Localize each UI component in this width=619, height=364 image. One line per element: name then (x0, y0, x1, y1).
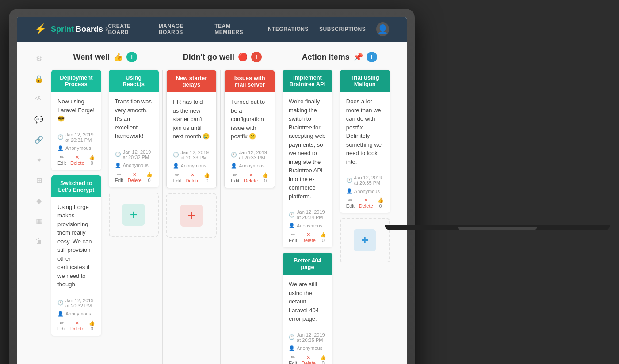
card-404-delete[interactable]: ✕ Delete (302, 355, 316, 364)
card-starter-actions: ✏ Edit ✕ Delete 👍 0 (167, 170, 217, 188)
card-encrypt-edit[interactable]: ✏ Edit (57, 320, 66, 331)
card-404-author: Anonymous (297, 345, 322, 351)
card-starter-author: Anonymous (181, 163, 206, 168)
card-braintree-delete[interactable]: ✕ Delete (302, 232, 316, 243)
sidebar-trash[interactable]: 🗑 (33, 235, 45, 247)
column-didnt-go-well-1: New starter delays HR has told us the ne… (163, 70, 221, 243)
card-braintree-actions: ✏ Edit ✕ Delete 👍 0 (283, 229, 332, 247)
card-mail-like[interactable]: 👍 0 (262, 172, 268, 183)
plus-blue-icon: + (354, 229, 376, 251)
card-lets-encrypt: Switched to Let's Encrypt Using Forge ma… (51, 175, 101, 336)
card-encrypt-like[interactable]: 👍 0 (89, 320, 95, 331)
sidebar-settings[interactable]: ⚙ (33, 52, 45, 64)
sidebar-link[interactable]: 🔗 (33, 133, 45, 146)
card-encrypt-body: Using Forge makes provisioning them real… (51, 197, 101, 294)
card-react-author: Anonymous (123, 163, 149, 168)
card-mailgun-actions: ✏ Edit ✕ Delete 👍 0 (340, 195, 390, 213)
navbar: ⚡ Sprint Boards ® CREATE BOARD MANAGE BO… (17, 17, 407, 42)
card-mail-date: Jan 12, 2019 at 20:33 PM (239, 150, 268, 160)
card-react-edit[interactable]: ✏ Edit (115, 172, 123, 183)
card-encrypt-author: Anonymous (65, 311, 91, 316)
card-braintree-like[interactable]: 👍 0 (320, 232, 326, 243)
nav-manage-boards[interactable]: MANAGE BOARDS (159, 23, 204, 35)
card-mail-actions: ✏ Edit ✕ Delete 👍 0 (225, 170, 275, 188)
user-icon-sm-5: 👤 (231, 163, 237, 169)
card-mail-edit[interactable]: ✏ Edit (231, 172, 239, 183)
user-icon-sm-7: 👤 (289, 345, 295, 351)
nav-create-board[interactable]: CREATE BOARD (108, 23, 148, 35)
didnt-go-well-icon: 🔴 (238, 52, 248, 62)
card-starter-like[interactable]: 👍 0 (204, 172, 210, 183)
action-items-add-btn[interactable]: + (367, 52, 377, 62)
card-deployment-edit[interactable]: ✏ Edit (57, 155, 66, 166)
clock-icon: 🕐 (57, 134, 64, 140)
card-braintree-date: Jan 12, 2019 at 20:34 PM (297, 209, 326, 220)
add-action-items-placeholder[interactable]: + (340, 218, 390, 262)
column-went-well-2: Using React.js Transition was very smoot… (105, 70, 162, 242)
add-didnt-go-well-placeholder[interactable]: + (166, 193, 217, 238)
card-404: Better 404 page We are still using the d… (283, 253, 332, 364)
card-starter-edit[interactable]: ✏ Edit (173, 172, 181, 183)
user-icon-sm-3: 👤 (115, 163, 121, 168)
nav-integrations[interactable]: INTEGRATIONS (266, 26, 309, 32)
didnt-go-well-add-btn[interactable]: + (251, 52, 262, 62)
card-mailgun-like[interactable]: 👍 0 (378, 197, 384, 209)
card-encrypt-delete[interactable]: ✕ Delete (70, 320, 84, 331)
went-well-icon: 👍 (113, 52, 123, 62)
card-mailgun-delete[interactable]: ✕ Delete (359, 197, 373, 209)
user-icon-sm-8: 👤 (346, 188, 352, 194)
clock-icon-2: 🕐 (57, 300, 64, 306)
card-starter-header: New starter delays (167, 70, 217, 92)
card-404-body: We are still using the default Laravel 4… (283, 275, 332, 329)
card-deployment-actions: ✏ Edit ✕ Delete 👍 0 (51, 152, 101, 170)
card-404-edit[interactable]: ✏ Edit (289, 355, 297, 364)
clock-icon-6: 🕐 (289, 212, 295, 218)
card-braintree-body: We're finally making the switch to Brain… (283, 92, 332, 206)
sidebar: ⚙ 🔒 👁 💬 🔗 ✦ ⊞ ◆ ▦ 🗑 (30, 50, 48, 364)
card-starter-delete[interactable]: ✕ Delete (186, 172, 200, 183)
card-mail-header: Issues with mail server (225, 70, 275, 92)
card-404-like[interactable]: 👍 0 (320, 355, 326, 364)
clock-icon-5: 🕐 (231, 152, 237, 158)
card-deployment-like[interactable]: 👍 0 (89, 155, 95, 166)
nav-team-members[interactable]: TEAM MEMBERS (214, 23, 256, 35)
user-icon-sm-6: 👤 (289, 223, 295, 228)
card-encrypt-date: Jan 12, 2019 at 20:32 PM (65, 298, 95, 308)
card-encrypt-header: Switched to Let's Encrypt (51, 175, 101, 197)
card-braintree-edit[interactable]: ✏ Edit (289, 232, 297, 243)
add-went-well-placeholder[interactable]: + (109, 193, 159, 237)
card-braintree-author: Anonymous (297, 223, 322, 228)
card-react-delete[interactable]: ✕ Delete (128, 172, 142, 183)
sidebar-plus[interactable]: ✦ (33, 154, 45, 166)
user-icon-sm-2: 👤 (57, 311, 64, 317)
sidebar-chat[interactable]: 💬 (33, 113, 45, 125)
brand-reg: ® (105, 27, 108, 32)
card-mail-delete[interactable]: ✕ Delete (244, 172, 258, 183)
col-title-didnt-go-well: Didn't go well (183, 53, 234, 62)
card-react-date: Jan 12, 2019 at 20:32 PM (123, 149, 153, 160)
card-mailgun-header: Trial using Mailgun (340, 70, 390, 92)
card-react-body: Transition was very smooth. It's an exce… (109, 92, 159, 146)
sidebar-lock[interactable]: 🔒 (33, 72, 45, 85)
brand-sprint: Sprint (51, 25, 74, 34)
brand-boards: Boards (76, 25, 103, 34)
nav-subscriptions[interactable]: SUBSCRIPTIONS (319, 26, 366, 32)
sidebar-grid[interactable]: ⊞ (33, 174, 45, 186)
card-reactjs: Using React.js Transition was very smoot… (109, 70, 159, 187)
card-mailgun: Trial using Mailgun Does a lot more than… (340, 70, 390, 213)
sidebar-eye[interactable]: 👁 (33, 93, 45, 105)
card-new-starter: New starter delays HR has told us the ne… (166, 70, 217, 188)
card-mailgun-date: Jan 12, 2019 at 20:35 PM (354, 175, 384, 186)
plus-green-icon: + (122, 204, 145, 226)
user-icon-sm-4: 👤 (173, 163, 179, 169)
user-avatar[interactable]: 👤 (376, 22, 389, 36)
clock-icon-7: 🕐 (289, 334, 295, 340)
card-mailgun-edit[interactable]: ✏ Edit (346, 197, 355, 209)
column-went-well-1: Deployment Process Now using Laravel For… (48, 70, 105, 341)
card-react-like[interactable]: 👍 0 (146, 172, 153, 183)
card-deployment-delete[interactable]: ✕ Delete (70, 155, 84, 166)
sidebar-box[interactable]: ▦ (33, 215, 45, 227)
went-well-add-btn[interactable]: + (126, 52, 137, 62)
col-title-went-well: Went well (73, 53, 110, 62)
sidebar-diamond[interactable]: ◆ (33, 194, 45, 207)
